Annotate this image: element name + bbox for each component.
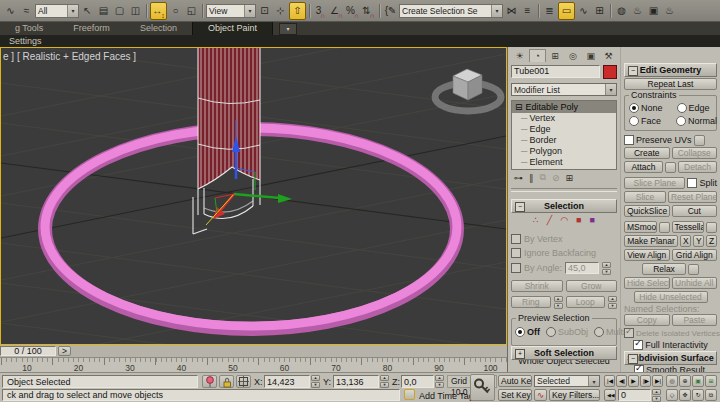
reference-coordinate-system-dropdown[interactable]: View▾ <box>206 4 256 18</box>
selection-set-dropdown[interactable]: Selected ▾ <box>534 375 600 387</box>
loop-button[interactable]: Loop <box>566 296 606 308</box>
remove-modifier-icon[interactable]: ⊘ <box>552 173 560 183</box>
material-editor-icon[interactable]: ◍ <box>614 3 629 19</box>
curve-editor-icon[interactable]: ∿ <box>576 3 591 19</box>
window-crossing-icon[interactable]: ◫ <box>128 3 143 19</box>
spinner-up-icon[interactable]: ▲ <box>652 389 661 395</box>
snap-toggle-3d-icon[interactable]: 3∩ <box>313 3 328 19</box>
grid-align-button[interactable]: Grid Align <box>672 249 718 261</box>
spinner-up-icon[interactable]: ▲ <box>608 296 617 302</box>
viewport-label[interactable]: e ] [ Realistic + Edged Faces ] <box>3 51 136 62</box>
spinner-up-icon[interactable]: ▲ <box>554 296 563 302</box>
reset-plane-button[interactable]: Reset Plane <box>668 191 717 203</box>
relax-settings-button[interactable] <box>688 264 699 275</box>
grow-button[interactable]: Grow <box>566 280 618 292</box>
unhide-all-button[interactable]: Unhide All <box>672 277 718 289</box>
hide-unselected-button[interactable]: Hide Unselected <box>634 291 708 303</box>
select-by-name-icon[interactable]: ▤ <box>96 3 111 19</box>
viewport-canvas[interactable] <box>1 48 506 344</box>
spinner-down-icon[interactable]: ▼ <box>311 382 320 388</box>
display-tab-icon[interactable]: ▣ <box>582 49 599 62</box>
element-icon[interactable]: ■ <box>590 215 595 225</box>
key-filters-button[interactable]: Key Filters... <box>549 389 600 401</box>
auto-key-button[interactable]: Auto Key <box>498 375 532 387</box>
make-unique-icon[interactable]: ⧉ <box>540 172 546 183</box>
zoom-extents-all-icon[interactable]: ⊞ <box>705 375 717 387</box>
ring-spinner[interactable]: ▲▼ <box>554 296 563 308</box>
stack-item-editable-poly[interactable]: ⊟ Editable Poly <box>512 101 616 113</box>
soft-selection-rollout-header[interactable]: + Soft Selection <box>511 346 617 360</box>
ribbon-minimize-icon[interactable]: ▾ <box>279 23 297 35</box>
detach-button[interactable]: Detach <box>678 161 717 173</box>
view-align-button[interactable]: View Align <box>624 249 670 261</box>
frame-spinner[interactable]: ▲▼ <box>652 389 661 401</box>
perspective-viewport[interactable] <box>0 47 507 345</box>
configure-modifier-sets-icon[interactable]: ⊞ <box>565 173 573 183</box>
bind-to-space-warp-icon[interactable]: ≈ <box>19 3 34 19</box>
dropdown-arrow-icon[interactable]: ▾ <box>605 84 616 95</box>
key-mode-toggle[interactable]: ◀◀ <box>604 389 616 401</box>
constraint-edge-radio[interactable] <box>677 103 687 113</box>
y-coord-spinner[interactable]: ▲▼ <box>380 375 389 388</box>
spinner-down-icon[interactable]: ▼ <box>608 303 617 309</box>
full-interactivity-checkbox[interactable]: ✓ <box>633 340 643 350</box>
collapse-button[interactable]: Collapse <box>672 147 718 159</box>
stack-subitem-vertex[interactable]: ─Vertex <box>512 113 616 124</box>
spinner-up-icon[interactable]: ▲ <box>311 375 320 381</box>
schematic-view-icon[interactable]: ⊞ <box>592 3 607 19</box>
dropdown-arrow-icon[interactable]: ▾ <box>244 5 255 17</box>
rendered-frame-window-icon[interactable]: ▣ <box>646 3 661 19</box>
layer-manager-icon[interactable]: ≣ <box>542 3 557 19</box>
ribbon-settings-label[interactable]: Settings <box>9 36 42 46</box>
stack-subitem-border[interactable]: ─Border <box>512 135 616 146</box>
hide-selected-button[interactable]: Hide Selected <box>624 277 670 289</box>
msmooth-button[interactable]: MSmooth <box>624 221 657 233</box>
delete-isolated-vertices-checkbox[interactable]: ✓ <box>624 328 634 338</box>
dropdown-arrow-icon[interactable]: ▾ <box>67 5 78 17</box>
z-coord-field[interactable]: 0,0 <box>401 375 434 388</box>
select-object-icon[interactable]: ↖ <box>80 3 95 19</box>
set-keys-button[interactable] <box>470 374 495 401</box>
create-tab-icon[interactable]: ☀ <box>511 49 528 62</box>
select-and-scale-icon[interactable]: ◱ <box>184 3 199 19</box>
orbit-icon[interactable]: ↻ <box>692 389 704 401</box>
selection-lock-toggle[interactable] <box>219 375 234 388</box>
make-planar-button[interactable]: Make Planar <box>624 235 678 247</box>
by-angle-checkbox[interactable] <box>511 263 521 273</box>
viewcube[interactable] <box>435 69 501 111</box>
tab-object-paint[interactable]: Object Paint <box>192 22 273 35</box>
next-frame-button[interactable]: |▶ <box>640 375 651 387</box>
tessellate-settings-button[interactable] <box>706 222 717 233</box>
tab-freeform[interactable]: Freeform <box>58 22 125 35</box>
tube-object[interactable] <box>193 48 260 234</box>
preview-off-radio[interactable] <box>515 327 525 337</box>
select-and-link-icon[interactable]: ∿ <box>3 3 18 19</box>
edit-geometry-rollout-header[interactable]: − Edit Geometry <box>624 63 717 77</box>
attach-settings-button[interactable] <box>665 162 676 173</box>
percent-snap-icon[interactable]: %∩ <box>345 3 360 19</box>
stack-subitem-element[interactable]: ─Element <box>512 157 616 168</box>
zoom-extents-icon[interactable]: ▣ <box>692 375 704 387</box>
collapse-rollout-icon[interactable]: − <box>515 202 525 212</box>
polygon-icon[interactable]: ■ <box>576 215 581 225</box>
play-button[interactable]: ▶ <box>628 375 639 387</box>
split-checkbox[interactable] <box>687 178 697 188</box>
stack-subitem-edge[interactable]: ─Edge <box>512 124 616 135</box>
x-coord-field[interactable]: 14,423 <box>264 375 310 388</box>
modify-tab-icon[interactable]: ◔ <box>529 49 546 62</box>
pin-stack-icon[interactable]: ⊶ <box>514 173 523 183</box>
slice-plane-button[interactable]: Slice Plane <box>624 177 685 189</box>
planar-z-button[interactable]: Z <box>706 235 717 247</box>
next-frame-nub[interactable]: > <box>58 346 71 356</box>
create-button[interactable]: Create <box>624 147 670 159</box>
repeat-last-button[interactable]: Repeat Last <box>624 78 717 90</box>
attach-button[interactable]: Attach <box>624 161 663 173</box>
go-to-end-button[interactable]: ▶| <box>652 375 663 387</box>
edit-named-selection-sets-icon[interactable]: {✎ <box>383 3 398 19</box>
set-key-button[interactable]: Set Key <box>498 389 532 401</box>
copy-button[interactable]: Copy <box>624 314 670 326</box>
constraint-none-radio[interactable] <box>629 103 639 113</box>
tab-g-tools[interactable]: g Tools <box>0 22 58 35</box>
motion-tab-icon[interactable]: ◎ <box>564 49 581 62</box>
use-pivot-point-icon[interactable]: ⊡ <box>257 3 272 19</box>
